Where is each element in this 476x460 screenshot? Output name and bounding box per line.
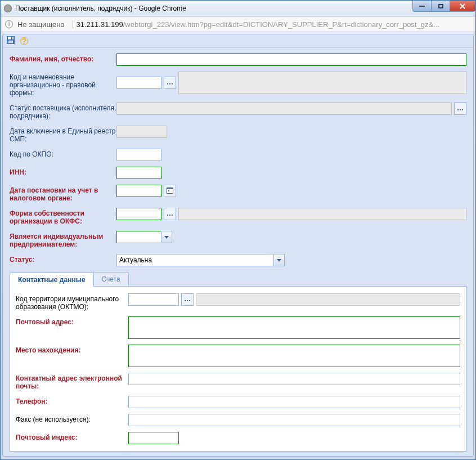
is-ie-select[interactable] (116, 231, 161, 243)
org-form-label: Код и наименование организационно - прав… (10, 72, 116, 97)
phone-input[interactable] (128, 396, 460, 408)
calendar-icon (167, 187, 173, 195)
is-ie-dropdown-button[interactable] (161, 231, 172, 243)
tab-contact[interactable]: Контактные данные (10, 273, 94, 287)
address-bar: i Не защищено 31.211.31.199/webtorgi_223… (1, 16, 475, 32)
globe-icon (4, 5, 12, 12)
postal-address-label: Почтовый адрес: (16, 316, 128, 326)
info-icon[interactable]: i (5, 20, 13, 28)
smp-date-display (116, 126, 167, 138)
tax-reg-date-picker-button[interactable] (164, 185, 176, 197)
save-button[interactable] (5, 35, 16, 47)
okfs-lookup-button[interactable]: … (164, 208, 176, 220)
svg-rect-2 (8, 41, 13, 43)
oktmo-label: Код территории муниципального образовани… (16, 293, 128, 311)
okpo-input[interactable] (116, 149, 161, 161)
oktmo-name-display (196, 293, 460, 306)
email-input[interactable] (128, 373, 460, 385)
supplier-status-display (116, 102, 452, 115)
tax-reg-date-input[interactable] (116, 185, 161, 197)
svg-rect-5 (167, 187, 173, 189)
tax-reg-date-label: Дата постановки на учет в налоговом орга… (10, 185, 116, 202)
org-form-code-input[interactable] (116, 77, 161, 89)
supplier-status-lookup-button[interactable]: … (454, 102, 466, 115)
svg-rect-1 (8, 37, 14, 39)
postal-code-label: Почтовый индекс: (16, 432, 128, 441)
window-minimize-button[interactable] (412, 1, 432, 12)
oktmo-code-input[interactable] (128, 293, 179, 306)
postal-address-input[interactable] (128, 316, 460, 339)
save-icon (6, 35, 15, 46)
org-form-name-display (178, 72, 466, 94)
okfs-label: Форма собственности организации в ОКФС: (10, 208, 116, 225)
fax-label: Факс (не используется): (16, 414, 128, 423)
oktmo-lookup-button[interactable]: … (181, 293, 194, 306)
window-title: Поставщик (исполнитель, подрядчик) - Goo… (15, 5, 186, 12)
phone-label: Телефон: (16, 396, 128, 405)
org-form-lookup-button[interactable]: … (164, 77, 176, 89)
url-text[interactable]: 31.211.31.199/webtorgi_223/view.htm?pg=e… (77, 20, 471, 29)
inn-label: ИНН: (10, 167, 116, 176)
insecure-label[interactable]: Не защищено (17, 20, 65, 29)
help-button[interactable]: ? (19, 35, 30, 47)
svg-rect-6 (168, 190, 169, 191)
smp-date-label: Дата включения в Единый реестр СМП: (10, 126, 116, 143)
window-close-button[interactable] (450, 1, 475, 12)
status-select[interactable] (116, 254, 274, 266)
location-input[interactable] (128, 345, 460, 367)
tab-panel-contact: Код территории муниципального образовани… (10, 287, 466, 452)
tabs: Контактные данные Счета (10, 272, 466, 287)
postal-code-input[interactable] (128, 432, 179, 444)
svg-rect-3 (11, 37, 12, 39)
status-label: Статус: (10, 254, 116, 264)
location-label: Место нахождения: (16, 345, 128, 354)
titlebar: Поставщик (исполнитель, подрядчик) - Goo… (1, 1, 475, 16)
fax-input[interactable] (128, 414, 460, 426)
toolbar: ? (3, 34, 473, 48)
is-ie-label: Является индивидуальным предпринимателем… (10, 231, 116, 248)
supplier-status-label: Статус поставщика (исполнителя, подрядчи… (10, 102, 116, 120)
okfs-code-input[interactable] (116, 208, 161, 220)
okpo-label: Код по ОКПО: (10, 149, 116, 158)
email-label: Контактный адрес электронной почты: (16, 373, 128, 390)
help-icon: ? (20, 37, 28, 45)
okfs-name-display (178, 208, 466, 220)
content-frame: ? Фамилия, имя, отчество: Код и наименов… (2, 34, 474, 457)
inn-input[interactable] (116, 167, 161, 179)
full-name-input[interactable] (116, 53, 466, 66)
tab-accounts[interactable]: Счета (93, 272, 129, 286)
status-dropdown-button[interactable] (273, 254, 285, 266)
window-maximize-button[interactable] (431, 1, 450, 12)
full-name-label: Фамилия, имя, отчество: (10, 53, 116, 63)
